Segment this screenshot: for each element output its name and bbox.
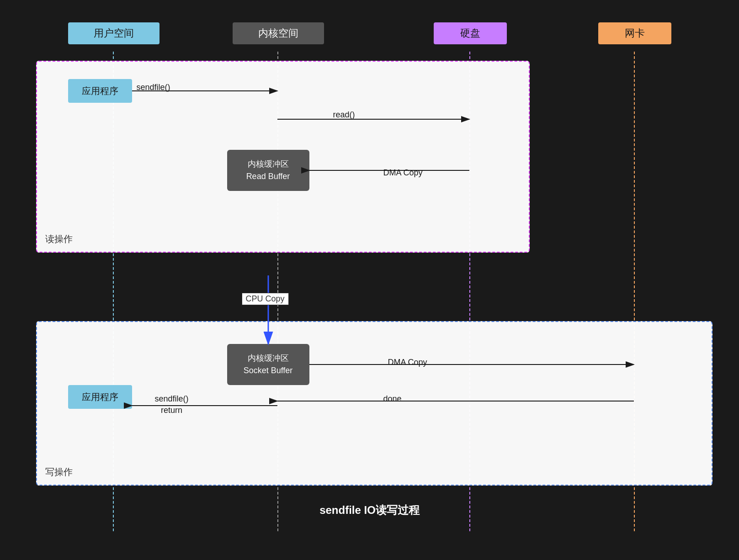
sendfile-call-label: sendfile() [137,83,170,92]
diagram-body: 读操作 写操作 应用程序 应用程序 内核缓冲区 Read Buffer 内核缓冲… [22,52,717,531]
app-box-write: 应用程序 [68,385,132,409]
kbuf-read-buffer: 内核缓冲区 Read Buffer [227,150,309,191]
dma-copy-write-label: DMA Copy [388,358,427,367]
header-row: 用户空间 内核空间 硬盘 网卡 [22,20,717,47]
read-call-label: read() [333,110,355,120]
diagram-container: 用户空间 内核空间 硬盘 网卡 读操作 写操作 应用程序 [13,11,726,549]
read-label: 读操作 [45,233,73,245]
sendfile-return-label: sendfile() return [155,393,189,416]
cpu-copy-label: CPU Copy [242,293,289,305]
app-box-read: 应用程序 [68,79,132,103]
header-kernel: 内核空间 [233,22,324,44]
done-label: done [383,394,402,404]
header-nic: 网卡 [598,22,671,44]
write-label: 写操作 [45,466,73,478]
header-userspace: 用户空间 [68,22,159,44]
bottom-caption: sendfile IO读写过程 [319,503,420,518]
dma-copy-read-label: DMA Copy [383,168,423,178]
header-disk: 硬盘 [434,22,507,44]
write-box: 写操作 [36,321,712,486]
kbuf-socket-buffer: 内核缓冲区 Socket Buffer [227,344,309,385]
